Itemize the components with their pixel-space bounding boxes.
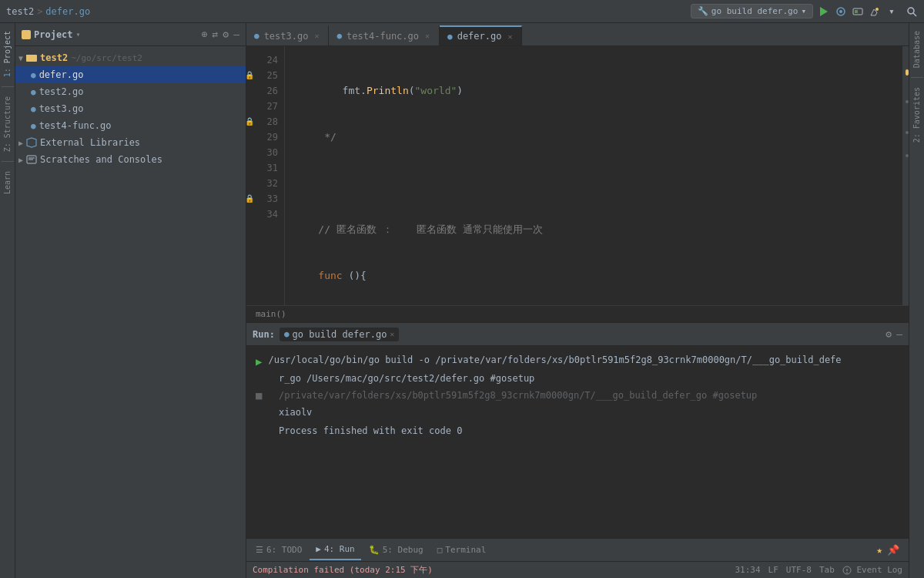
tab-test4-func-go[interactable]: ● test4-func.go ✕ xyxy=(329,25,440,45)
fold-icon3[interactable]: 🔒 xyxy=(246,191,254,207)
debug-button[interactable] xyxy=(835,5,847,18)
tree-file-label2: test2.go xyxy=(39,86,84,97)
search-icon[interactable] xyxy=(906,5,918,18)
tree-item-test3-go[interactable]: ● test3.go xyxy=(15,100,246,117)
tree-item-external-libraries[interactable]: ▶ External Libraries xyxy=(15,134,246,151)
tree-file-label4: test4-func.go xyxy=(39,120,112,131)
favorites-icons: ★ 📌 xyxy=(876,544,906,556)
line-32: 32 xyxy=(246,176,278,191)
svg-rect-10 xyxy=(26,55,30,57)
run-settings-icon[interactable]: ⚙ xyxy=(886,328,892,340)
left-panel-labels: 1: Project Z: Structure Learn xyxy=(0,23,15,578)
fold-icon2[interactable]: 🔒 xyxy=(246,114,254,129)
add-folder-icon[interactable]: ⊕ xyxy=(202,29,208,40)
editor-scrollbar[interactable] xyxy=(902,46,909,305)
line-33: 33🔒 xyxy=(246,191,278,207)
tree-file-label3: test3.go xyxy=(39,103,84,114)
code-line-24: fmt.Println("world") xyxy=(294,83,893,99)
run-config-button[interactable]: 🔧 go build defer.go ▾ xyxy=(691,4,813,18)
run-tab[interactable]: ● go build defer.go ✕ xyxy=(280,328,399,341)
run-tab-label: go build defer.go xyxy=(293,329,387,340)
todo-label: 6: TODO xyxy=(266,545,302,555)
tab-defer-go[interactable]: ● defer.go ✕ xyxy=(440,25,522,45)
right-sidebar-database[interactable]: Database xyxy=(911,23,922,76)
tree-item-scratches-consoles[interactable]: ▶ Scratches and Consoles xyxy=(15,151,246,168)
build-button[interactable] xyxy=(869,5,881,18)
tab-test3-label: test3.go xyxy=(264,31,309,42)
tab-debug[interactable]: 🐛 5: Debug xyxy=(363,540,430,560)
line-ending[interactable]: LF xyxy=(768,565,778,575)
star-icon[interactable]: ★ xyxy=(876,544,882,556)
project-dropdown-icon[interactable]: ▾ xyxy=(76,30,81,39)
tab-test4-close[interactable]: ✕ xyxy=(424,31,431,41)
line-31: 31 xyxy=(246,160,278,176)
editor-breadcrumb: main() xyxy=(246,305,909,322)
tab-test3-go[interactable]: ● test3.go ✕ xyxy=(246,25,329,45)
debug-label: 5: Debug xyxy=(383,545,424,555)
line-34: 34 xyxy=(246,207,278,222)
right-sidebar-favorites[interactable]: 2: Favorites xyxy=(911,79,922,150)
tree-item-defer-go[interactable]: ● defer.go xyxy=(15,66,246,83)
event-log[interactable]: Event Log xyxy=(842,565,902,575)
more-button[interactable]: ▾ xyxy=(886,5,898,18)
fold-icon[interactable]: 🔒 xyxy=(246,68,254,83)
sync-icon[interactable]: ⇄ xyxy=(213,29,219,40)
project-header-icons: ⊕ ⇄ ⚙ — xyxy=(202,29,239,40)
sidebar-item-learn[interactable]: Learn xyxy=(2,163,13,202)
run-header-controls: ⚙ — xyxy=(886,328,902,340)
coverage-button[interactable] xyxy=(852,5,864,18)
run-label: Run: xyxy=(253,329,275,340)
status-bar: Compilation failed (today 2:15 下午) 31:34… xyxy=(246,561,909,578)
chevron-down-icon: ▼ xyxy=(18,54,23,62)
tab-bar: ● test3.go ✕ ● test4-func.go ✕ ● defer.g… xyxy=(246,23,909,46)
run-header: Run: ● go build defer.go ✕ ⚙ — xyxy=(246,323,909,346)
tree-root-path: ~/go/src/test2 xyxy=(71,53,142,63)
terminal-icon: □ xyxy=(437,545,443,555)
output-line-1b: r_go /Users/mac/go/src/test2/defer.go #g… xyxy=(256,371,899,386)
toolbar-actions: 🔧 go build defer.go ▾ ▾ xyxy=(691,4,918,18)
tab-test4-label: test4-func.go xyxy=(346,31,419,42)
output-info-text: /private/var/folders/xs/b0ptlr591m5f2g8_… xyxy=(279,388,757,403)
file-tree: ▼ test2 ~/go/src/test2 ● defer.go ● test… xyxy=(15,46,246,578)
output-xiaolv: xiaolv xyxy=(279,405,312,420)
run-button[interactable] xyxy=(818,5,830,18)
hide-icon[interactable]: — xyxy=(233,29,239,40)
run-config-label: go build defer.go xyxy=(711,6,798,16)
tree-item-root[interactable]: ▼ test2 ~/go/src/test2 xyxy=(15,49,246,66)
pin-icon[interactable]: 📌 xyxy=(887,544,899,556)
tab-run[interactable]: ▶ 4: Run xyxy=(310,540,360,560)
run-tab-close-icon[interactable]: ✕ xyxy=(390,330,394,338)
run-icon: ▶ xyxy=(316,544,321,554)
tab-todo[interactable]: ☰ 6: TODO xyxy=(249,540,308,560)
status-right: 31:34 LF UTF-8 Tab Event Log xyxy=(735,565,902,575)
sidebar-item-project[interactable]: 1: Project xyxy=(2,23,13,85)
editor-content: 24 25🔒 26 27 28🔒 29 30 31 32 33🔒 34 fmt.… xyxy=(246,46,909,305)
code-line-26 xyxy=(294,176,893,191)
line-numbers: 24 25🔒 26 27 28🔒 29 30 31 32 33🔒 34 xyxy=(246,46,285,305)
cursor-position[interactable]: 31:34 xyxy=(735,565,760,575)
scratches-consoles-label: Scratches and Consoles xyxy=(40,154,162,165)
bottom-tabs-bar: ☰ 6: TODO ▶ 4: Run 🐛 5: Debug □ Terminal… xyxy=(246,538,909,561)
tab-file-icon2: ● xyxy=(336,31,342,41)
output-line-finish: Process finished with exit code 0 xyxy=(256,423,899,439)
tab-test3-close[interactable]: ✕ xyxy=(313,31,320,41)
line-27: 27 xyxy=(246,99,278,114)
debug-tab-icon: 🐛 xyxy=(369,545,380,555)
tab-defer-close[interactable]: ✕ xyxy=(506,32,514,42)
sidebar-item-structure[interactable]: Z: Structure xyxy=(2,89,13,160)
tree-item-test4-func-go[interactable]: ● test4-func.go xyxy=(15,117,246,134)
run-minimize-icon[interactable]: — xyxy=(896,328,902,340)
tab-size[interactable]: Tab xyxy=(819,565,835,575)
run-tab-bottom-label: 4: Run xyxy=(324,544,355,554)
tree-item-test2-go[interactable]: ● test2.go xyxy=(15,83,246,100)
go-file-icon2: ● xyxy=(31,87,36,97)
editor-breadcrumb-text: main() xyxy=(256,309,286,319)
tab-terminal[interactable]: □ Terminal xyxy=(431,540,493,560)
encoding[interactable]: UTF-8 xyxy=(786,565,812,575)
chevron-right-icon2: ▶ xyxy=(18,156,23,164)
svg-point-16 xyxy=(846,572,848,573)
settings-icon[interactable]: ⚙ xyxy=(223,29,229,40)
run-config-dropdown-icon: ▾ xyxy=(801,6,806,16)
line-24: 24 xyxy=(246,52,278,68)
code-editor[interactable]: fmt.Println("world") */ // 匿名函数 ： 匿名函数 通… xyxy=(285,46,902,305)
